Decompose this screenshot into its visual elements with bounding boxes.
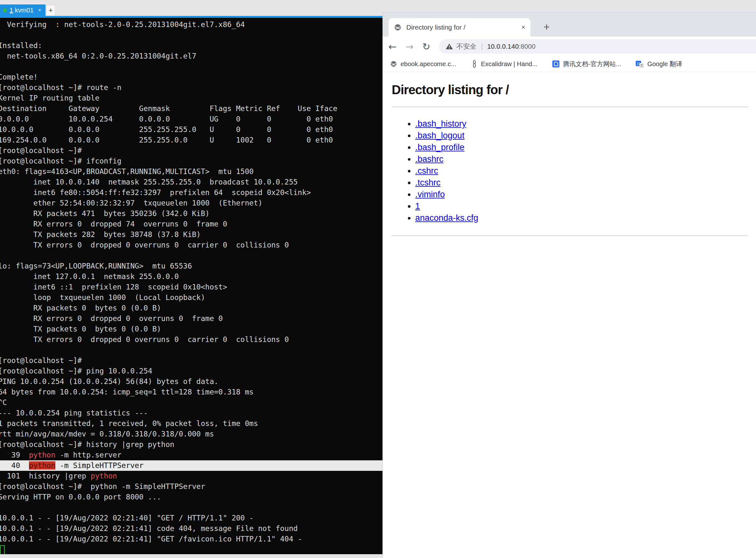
terminal-line: [root@localhost ~]# python -m SimpleHTTP… — [0, 481, 382, 492]
terminal-line: Complete! — [0, 72, 382, 82]
terminal-line: Verifying : net-tools-2.0-0.25.20131004g… — [0, 19, 382, 30]
terminal-line — [0, 544, 382, 554]
terminal-line: ether 52:54:00:32:32:97 txqueuelen 1000 … — [0, 198, 382, 208]
terminal-line: 64 bytes from 10.0.0.254: icmp_seq=1 ttl… — [0, 387, 382, 397]
terminal-line: 1 packets transmitted, 1 received, 0% pa… — [0, 418, 382, 429]
new-tab-button[interactable]: + — [539, 19, 554, 34]
file-list-item: .bashrc — [415, 153, 750, 165]
file-link[interactable]: .viminfo — [415, 189, 445, 199]
terminal-cursor — [0, 545, 5, 555]
terminal-line: [root@localhost ~]# ifconfig — [0, 156, 382, 167]
terminal-line: [root@localhost ~]# — [0, 355, 382, 366]
forward-icon[interactable]: → — [405, 41, 413, 52]
terminal-line: 40 python -m SimpleHTTPServer — [0, 460, 382, 471]
address-bar[interactable]: 不安全 | 10.0.0.140 :8000 — [439, 39, 756, 54]
terminal-line: Serving HTTP on 0.0.0.0 port 8000 ... — [0, 492, 382, 502]
terminal-line: eth0: flags=4163<UP,BROADCAST,RUNNING,MU… — [0, 167, 382, 177]
terminal-line: --- 10.0.0.254 ping statistics --- — [0, 408, 382, 418]
file-link[interactable]: .bashrc — [415, 154, 444, 164]
excalidraw-favicon-icon — [471, 60, 478, 68]
terminal-line — [0, 30, 382, 41]
terminal-line: inet6 fe80::5054:ff:fe32:3297 prefixlen … — [0, 187, 382, 198]
not-secure-warning-icon — [446, 43, 453, 50]
file-list-item: .cshrc — [415, 165, 750, 177]
file-list-item: .bash_history — [415, 118, 750, 130]
page-title: Directory listing for / — [392, 83, 750, 97]
file-link[interactable]: .cshrc — [415, 166, 438, 176]
file-list-item: anaconda-ks.cfg — [415, 212, 750, 224]
file-list: .bash_history.bash_logout.bash_profile.b… — [392, 118, 750, 224]
back-icon[interactable]: ← — [388, 41, 397, 52]
file-link[interactable]: .bash_history — [415, 119, 467, 129]
terminal-line: RX packets 0 bytes 0 (0.0 B) — [0, 303, 382, 313]
bookmark-tencent-docs[interactable]: 腾讯文档-官方网站... — [552, 60, 621, 68]
file-link[interactable]: .bash_logout — [415, 131, 464, 140]
terminal-line: [root@localhost ~]# history |grep python — [0, 439, 382, 450]
browser-tab-title: Directory listing for / — [406, 24, 518, 31]
svg-text:文: 文 — [640, 64, 644, 67]
bookmark-google-translate[interactable]: G 文 Google 翻译 — [636, 60, 682, 68]
bookmark-excalidraw[interactable]: Excalidraw | Hand... — [471, 60, 538, 68]
screen: 1 kvm01 × + Verifying : net-tools-2.0-0.… — [0, 0, 756, 558]
file-list-item: 1 — [415, 200, 750, 212]
terminal-line: 39 python -m http.server — [0, 450, 382, 460]
file-list-item: .viminfo — [415, 189, 750, 200]
terminal-line: 10.0.0.0 0.0.0.0 255.255.255.0 U 0 0 0 e… — [0, 124, 382, 135]
google-translate-favicon-icon: G 文 — [636, 60, 644, 68]
terminal-line: PING 10.0.0.254 (10.0.0.254) 56(84) byte… — [0, 376, 382, 387]
file-link[interactable]: 1 — [415, 201, 420, 211]
terminal-line: TX packets 0 bytes 0 (0.0 B) — [0, 324, 382, 334]
close-tab-icon[interactable]: × — [38, 7, 41, 14]
terminal-line: [root@localhost ~]# — [0, 145, 382, 156]
terminal-tab-label: 1 kvm01 — [9, 7, 34, 14]
terminal-output[interactable]: Verifying : net-tools-2.0-0.25.20131004g… — [0, 18, 382, 554]
terminal-line — [0, 345, 382, 355]
bookmarks-bar: ebook.apecome.c... Excalidraw | Hand... … — [383, 56, 756, 72]
file-link[interactable]: anaconda-ks.cfg — [415, 213, 478, 223]
browser-window: Directory listing for / × + ← → ↻ 不安全 | … — [382, 12, 756, 558]
file-link[interactable]: .tcshrc — [415, 178, 441, 187]
file-list-item: .tcshrc — [415, 177, 750, 189]
terminal-line: Kernel IP routing table — [0, 93, 382, 103]
terminal-tab-kvm01[interactable]: 1 kvm01 × — [0, 4, 46, 16]
terminal-line: inet6 ::1 prefixlen 128 scopeid 0x10<hos… — [0, 282, 382, 293]
terminal-line: lo: flags=73<UP,LOOPBACK,RUNNING> mtu 65… — [0, 261, 382, 271]
session-status-dot — [3, 8, 7, 12]
browser-tab-strip: Directory listing for / × + — [383, 12, 756, 36]
terminal-line: 0.0.0.0 10.0.0.254 0.0.0.0 UG 0 0 0 eth0 — [0, 114, 382, 124]
reload-icon[interactable]: ↻ — [422, 41, 430, 52]
terminal-line: TX packets 282 bytes 38748 (37.8 KiB) — [0, 229, 382, 240]
file-list-item: .bash_logout — [415, 130, 750, 142]
terminal-line: RX packets 471 bytes 350236 (342.0 KiB) — [0, 208, 382, 219]
bookmark-ebook[interactable]: ebook.apecome.c... — [390, 60, 456, 68]
terminal-window: 1 kvm01 × + Verifying : net-tools-2.0-0.… — [0, 0, 382, 554]
terminal-line: Destination Gateway Genmask Flags Metric… — [0, 103, 382, 114]
globe-favicon-icon — [390, 60, 397, 68]
terminal-line — [0, 250, 382, 261]
terminal-line: TX errors 0 dropped 0 overruns 0 carrier… — [0, 240, 382, 250]
globe-favicon-icon — [394, 23, 402, 31]
page-content: Directory listing for / .bash_history.ba… — [383, 72, 756, 236]
file-list-item: .bash_profile — [415, 142, 750, 153]
terminal-line: 101 history |grep python — [0, 471, 382, 481]
url-port: :8000 — [519, 43, 535, 50]
close-tab-icon[interactable]: × — [521, 23, 525, 31]
terminal-line: [root@localhost ~]# ping 10.0.0.254 — [0, 366, 382, 376]
new-terminal-tab-button[interactable]: + — [47, 5, 55, 16]
terminal-line: ^C — [0, 397, 382, 408]
tencent-docs-favicon-icon — [552, 60, 560, 68]
security-label: 不安全 — [456, 42, 476, 51]
terminal-line: rtt min/avg/max/mdev = 0.318/0.318/0.318… — [0, 429, 382, 439]
terminal-line: TX errors 0 dropped 0 overruns 0 carrier… — [0, 334, 382, 345]
terminal-line: RX errors 0 dropped 74 overruns 0 frame … — [0, 219, 382, 229]
browser-toolbar: ← → ↻ 不安全 | 10.0.0.140 :8000 — [383, 36, 756, 56]
terminal-line: 10.0.0.1 - - [19/Aug/2022 02:21:41] code… — [0, 523, 382, 534]
terminal-line: inet 127.0.0.1 netmask 255.0.0.0 — [0, 271, 382, 282]
divider — [392, 235, 748, 236]
terminal-line — [0, 502, 382, 513]
file-link[interactable]: .bash_profile — [415, 143, 464, 152]
terminal-tab-bar: 1 kvm01 × + — [0, 0, 382, 18]
browser-tab[interactable]: Directory listing for / × — [388, 18, 530, 36]
terminal-line: net-tools.x86_64 0:2.0-0.25.20131004git.… — [0, 51, 382, 61]
terminal-line: 10.0.0.1 - - [19/Aug/2022 02:21:41] "GET… — [0, 534, 382, 544]
